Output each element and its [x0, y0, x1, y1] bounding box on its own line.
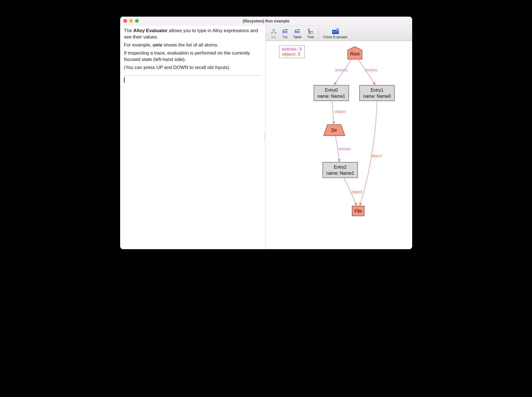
- svg-rect-2: [275, 32, 276, 33]
- svg-rect-14: [311, 31, 313, 32]
- main-split: The Alloy Evaluator allows you to type i…: [120, 25, 412, 249]
- zoom-window-button[interactable]: [135, 19, 139, 23]
- node-entry0-title: Entry0: [325, 88, 337, 92]
- text-cursor: [124, 77, 125, 83]
- app-window: (filesystem) Run example The Alloy Evalu…: [120, 17, 412, 249]
- svg-rect-1: [271, 32, 273, 33]
- close-evaluator-icon: [332, 28, 339, 34]
- viz-button[interactable]: Viz: [268, 25, 280, 41]
- toolbar-separator: [319, 27, 319, 39]
- svg-rect-15: [311, 33, 313, 33]
- edge-entry0-dir: [332, 101, 334, 124]
- divider: [124, 75, 261, 76]
- edge-entry2-file-label: object: [351, 189, 363, 194]
- node-root-label: Root: [350, 51, 360, 56]
- node-dir-label: Dir: [331, 128, 337, 133]
- edge-entry0-dir-label: object: [335, 109, 346, 114]
- svg-rect-11: [308, 29, 309, 30]
- window-controls: [120, 19, 139, 23]
- node-entry2-sub: name: Name1: [326, 171, 354, 176]
- evaluator-intro-2: For example, univ shows the list of all …: [124, 42, 261, 48]
- viz-icon: [271, 28, 277, 34]
- text-bold: Alloy Evaluator: [133, 28, 168, 33]
- minimize-window-button[interactable]: [129, 19, 133, 23]
- viz-toolbar: Viz A Txt: [266, 25, 412, 41]
- table-button[interactable]: A Table: [291, 25, 304, 41]
- txt-icon: A: [282, 28, 288, 34]
- svg-point-19: [336, 31, 337, 32]
- diagram-canvas[interactable]: entries: 3 object: 3: [266, 41, 412, 249]
- node-dir[interactable]: Dir: [324, 125, 345, 136]
- diagram-svg: Root Entry0 name: Name1 Entry1 name: Nam…: [266, 41, 412, 249]
- text-bold: univ: [153, 42, 162, 48]
- label: Table: [293, 35, 302, 39]
- evaluator-input[interactable]: [124, 77, 261, 246]
- window-title: (filesystem) Run example: [120, 19, 412, 23]
- node-file[interactable]: File: [352, 206, 364, 216]
- evaluator-intro-4: (You can press UP and DOWN to recall old…: [124, 65, 261, 71]
- svg-point-18: [335, 31, 336, 32]
- svg-rect-4: [285, 29, 288, 30]
- evaluator-intro-1: The Alloy Evaluator allows you to type i…: [124, 28, 261, 40]
- svg-rect-8: [297, 29, 300, 30]
- tree-button[interactable]: Tree: [304, 25, 317, 41]
- txt-button[interactable]: A Txt: [280, 25, 291, 41]
- table-icon: A: [295, 28, 300, 34]
- svg-rect-5: [282, 31, 288, 32]
- node-entry1[interactable]: Entry1 name: Name0: [360, 85, 394, 101]
- label: Tree: [307, 35, 314, 39]
- evaluator-intro-3: If inspecting a trace, evaluation is per…: [124, 50, 261, 63]
- node-entry2[interactable]: Entry2 name: Name1: [323, 162, 358, 178]
- svg-rect-13: [309, 33, 310, 34]
- text: For example,: [124, 42, 153, 48]
- label: Viz: [271, 35, 276, 39]
- svg-point-0: [273, 29, 275, 31]
- viz-pane: Viz A Txt: [266, 25, 412, 249]
- label: Txt: [283, 35, 287, 39]
- edge-entry1-file: [360, 101, 377, 205]
- node-entry0[interactable]: Entry0 name: Name1: [314, 85, 349, 101]
- edge-root-entry1-label: entries: [365, 68, 377, 72]
- tree-icon: [308, 28, 313, 34]
- edge-root-entry0-label: entries: [335, 68, 347, 72]
- close-window-button[interactable]: [123, 19, 127, 23]
- text: The: [124, 28, 133, 33]
- evaluator-pane: The Alloy Evaluator allows you to type i…: [120, 25, 266, 249]
- node-file-label: File: [355, 209, 362, 213]
- svg-rect-10: [295, 32, 300, 33]
- node-entry2-title: Entry2: [334, 165, 346, 169]
- edge-entry1-file-label: object: [371, 153, 382, 158]
- node-entry1-sub: name: Name0: [363, 94, 391, 99]
- label: Close Evaluator: [323, 35, 348, 39]
- svg-point-17: [333, 31, 334, 32]
- svg-rect-9: [295, 31, 300, 32]
- node-root[interactable]: Root: [348, 47, 362, 59]
- node-entry0-sub: name: Name1: [317, 94, 345, 99]
- node-entry1-title: Entry1: [370, 88, 383, 92]
- text: shows the list of all atoms.: [162, 42, 218, 48]
- svg-rect-12: [309, 31, 310, 32]
- titlebar: (filesystem) Run example: [120, 17, 412, 25]
- close-evaluator-button[interactable]: Close Evaluator: [321, 25, 350, 41]
- svg-rect-6: [282, 32, 288, 33]
- edge-dir-entry2-label: entries: [339, 146, 351, 151]
